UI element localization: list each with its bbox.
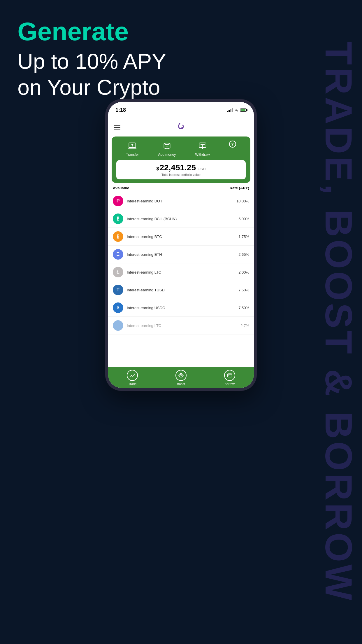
subtitle-line2: on Your Crypto [17, 75, 310, 101]
subtitle: Up to 10% APY on Your Crypto [17, 49, 310, 101]
subtitle-line1: Up to 10% APY [17, 49, 310, 75]
table-header: Available Rate (APY) [108, 183, 254, 192]
help-button[interactable]: ? [229, 141, 236, 148]
ltc-rate: 2.00% [238, 270, 249, 274]
btc-name: Interest-earning BTC [127, 235, 238, 239]
list-item[interactable]: $ Interest-earning USDC 7.50% [108, 299, 254, 317]
phone-screen: 1:18 ∿ [108, 102, 254, 388]
borrow-nav-icon [224, 370, 235, 381]
currency-symbol: $ [157, 166, 159, 172]
withdraw-label: Withdraw [195, 153, 210, 157]
portfolio-amount: 22,451.25 [159, 163, 196, 172]
list-item[interactable]: ₿ Interest-earning BCH (BCHN) 5.00% [108, 210, 254, 228]
portfolio-label: Total interest portfolio value [119, 173, 243, 176]
tusd-name: Interest-earning TUSD [127, 288, 238, 292]
boost-nav-icon: $ [175, 370, 187, 381]
phone-container: 1:18 ∿ [105, 99, 257, 391]
svg-rect-3 [128, 148, 136, 149]
svg-point-0 [181, 127, 183, 129]
boost-nav-item[interactable]: $ Boost [175, 370, 187, 386]
boost-nav-label: Boost [177, 382, 185, 386]
eth-name: Interest-earning ETH [127, 252, 238, 257]
vertical-decoration: TRADE, BOOST & BORROW [315, 0, 362, 644]
bch-rate: 5.00% [238, 217, 249, 221]
portfolio-currency: USD [198, 167, 205, 171]
partial-name: Interest-earning LTC [127, 323, 240, 328]
add-money-label: Add money [158, 153, 176, 157]
transfer-button[interactable]: Transfer [126, 141, 139, 157]
dot-rate: 10.00% [236, 199, 249, 203]
phone-frame: 1:18 ∿ [105, 99, 257, 391]
trade-nav-label: Trade [128, 382, 136, 386]
eth-icon: Ξ [113, 249, 123, 260]
svg-rect-11 [227, 374, 232, 377]
crypto-list: P Interest-earning DOT 10.00% ₿ Interest… [108, 192, 254, 367]
ltc-name: Interest-earning LTC [127, 270, 238, 274]
dot-icon: P [113, 196, 123, 206]
tusd-rate: 7.50% [238, 288, 249, 292]
action-buttons: Transfer Add money [116, 141, 246, 157]
generate-label: Generate [17, 18, 310, 46]
borrow-nav-item[interactable]: Borrow [224, 370, 235, 386]
tusd-icon: T [113, 285, 123, 295]
borrow-nav-label: Borrow [224, 382, 235, 386]
status-time: 1:18 [115, 107, 126, 113]
svg-text:$: $ [180, 374, 182, 377]
bch-icon: ₿ [113, 214, 123, 224]
bottom-nav: Trade $ Boost [108, 367, 254, 388]
list-item[interactable]: Ξ Interest-earning ETH 2.65% [108, 246, 254, 263]
btc-icon: ₿ [113, 231, 123, 242]
trade-nav-icon [127, 370, 138, 381]
usdc-rate: 7.50% [238, 306, 249, 310]
list-item[interactable]: ₿ Interest-earning BTC 1.75% [108, 228, 254, 246]
partial-rate: 2.7% [240, 323, 249, 328]
status-icons: ∿ [227, 108, 247, 113]
app-header [108, 118, 254, 136]
usdc-name: Interest-earning USDC [127, 306, 238, 310]
green-card: Transfer Add money [112, 136, 250, 183]
background: TRADE, BOOST & BORROW Generate Up to 10%… [0, 0, 362, 644]
list-item[interactable]: Ł Interest-earning LTC 2.00% [108, 263, 254, 281]
bch-name: Interest-earning BCH (BCHN) [127, 217, 238, 221]
portfolio-value: $ 22,451.25 USD Total interest portfolio… [116, 160, 246, 179]
transfer-icon [127, 141, 138, 151]
add-money-icon [162, 141, 172, 151]
withdraw-button[interactable]: Withdraw [195, 141, 210, 157]
signal-icon [227, 108, 233, 112]
col-rate: Rate (APY) [230, 186, 249, 190]
usdc-icon: $ [113, 302, 123, 313]
col-available: Available [113, 186, 129, 190]
list-item[interactable]: Interest-earning LTC 2.7% [108, 317, 254, 335]
trade-nav-item[interactable]: Trade [127, 370, 138, 386]
ltc-icon: Ł [113, 267, 123, 277]
status-bar: 1:18 ∿ [108, 102, 254, 118]
partial-icon [113, 320, 123, 331]
btc-rate: 1.75% [238, 235, 249, 239]
menu-button[interactable] [114, 125, 120, 130]
list-item[interactable]: P Interest-earning DOT 10.00% [108, 192, 254, 210]
list-item[interactable]: T Interest-earning TUSD 7.50% [108, 281, 254, 299]
header-section: Generate Up to 10% APY on Your Crypto [17, 18, 310, 100]
app-logo [176, 122, 186, 133]
transfer-label: Transfer [126, 153, 139, 157]
wifi-icon: ∿ [235, 108, 238, 113]
withdraw-icon [197, 141, 208, 151]
eth-rate: 2.65% [238, 252, 249, 257]
add-money-button[interactable]: Add money [158, 141, 176, 157]
dot-name: Interest-earning DOT [127, 199, 236, 203]
battery-icon [240, 108, 247, 112]
